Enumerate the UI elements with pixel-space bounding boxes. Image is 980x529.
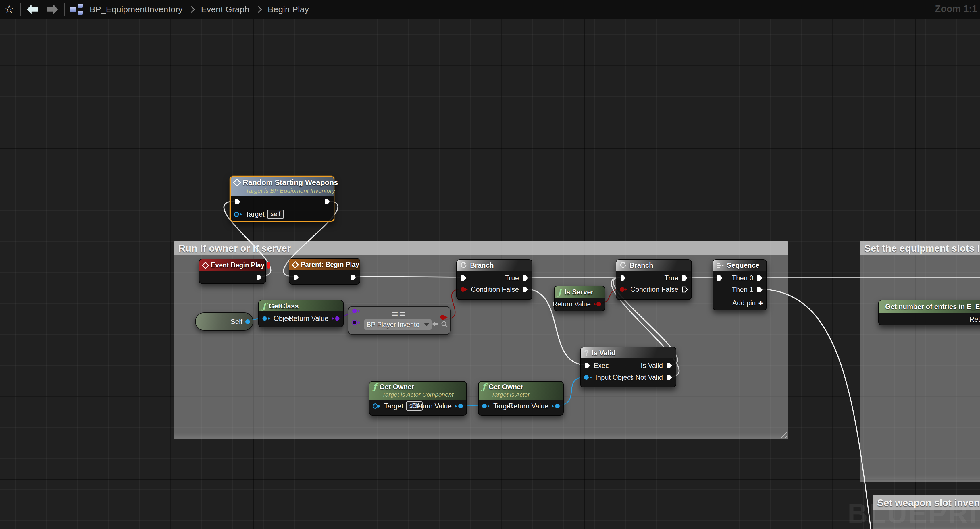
- exec-out-pin[interactable]: [756, 286, 764, 294]
- comment-header[interactable]: Set weapon slot inven: [873, 495, 980, 510]
- pin-label: Target: [245, 210, 265, 218]
- node-header[interactable]: Branch: [616, 260, 691, 270]
- node-get-owner-component[interactable]: ƒ Get Owner Target is Actor Component Ta…: [369, 381, 467, 416]
- object-pin-icon[interactable]: [234, 211, 243, 218]
- breadcrumb-item-blueprint[interactable]: BP_EquipmentInventory: [90, 5, 183, 14]
- node-self[interactable]: Self: [195, 313, 253, 330]
- breadcrumb-item-event-graph[interactable]: Event Graph: [201, 5, 249, 14]
- node-is-server[interactable]: ƒ Is Server Return Value: [554, 286, 605, 311]
- exec-out-pin[interactable]: [665, 362, 673, 369]
- breadcrumb: BP_EquipmentInventory Event Graph Begin …: [87, 5, 312, 14]
- browse-asset-icon[interactable]: [441, 321, 448, 328]
- node-parent-begin-play[interactable]: Parent: Begin Play: [289, 258, 360, 284]
- bool-pin-icon[interactable]: [619, 286, 628, 293]
- plus-icon: +: [758, 298, 764, 308]
- node-header[interactable]: Random Starting Weapons Target is BP Equ…: [231, 177, 334, 196]
- node-subtitle: Target is BP Equipment Inventory: [246, 187, 329, 194]
- event-diamond-icon: [233, 178, 241, 186]
- input-object-row: Input Object: [584, 373, 632, 382]
- class-pin-icon[interactable]: [352, 319, 361, 326]
- add-pin-row[interactable]: + Add pin: [732, 299, 764, 307]
- pin-label: Then 1: [732, 286, 753, 294]
- question-icon: ?: [584, 349, 589, 357]
- node-header[interactable]: Sequence: [713, 260, 766, 270]
- class-pin-icon[interactable]: [352, 307, 361, 315]
- pin-label: Exec: [593, 362, 609, 370]
- exec-out-pin[interactable]: [681, 274, 688, 282]
- node-header[interactable]: Event Begin Play: [199, 259, 266, 271]
- blueprint-editor: BLUEPRINT Run if owner or if server Set …: [0, 0, 980, 529]
- object-pin-icon[interactable]: [245, 318, 251, 326]
- node-get-owner-actor[interactable]: ƒ Get Owner Target is Actor Target Retur…: [478, 381, 564, 416]
- exec-out-pin[interactable]: [255, 273, 262, 281]
- class-pin-icon[interactable]: [331, 315, 340, 322]
- node-equal-class[interactable]: == BP Player Invento: [348, 306, 451, 335]
- node-branch-1[interactable]: Branch True Condition False: [456, 259, 532, 300]
- target-default-value[interactable]: self: [267, 210, 284, 219]
- exec-in-row: [460, 274, 467, 282]
- exec-in-pin[interactable]: [234, 198, 241, 206]
- node-header[interactable]: Branch: [457, 260, 532, 270]
- bool-pin-icon[interactable]: [593, 300, 602, 308]
- use-asset-arrow-icon[interactable]: [431, 321, 438, 328]
- object-pin-icon[interactable]: [454, 402, 463, 410]
- object-pin-icon[interactable]: [551, 402, 560, 410]
- bool-pin-icon[interactable]: [460, 286, 468, 293]
- node-is-valid[interactable]: ? Is Valid Exec Is Valid Input Object Is…: [580, 347, 676, 388]
- exec-out-pin[interactable]: [756, 274, 764, 282]
- node-header[interactable]: ? Is Valid: [581, 348, 676, 358]
- comment-body: [873, 510, 980, 529]
- comment-header[interactable]: Run if owner or if server: [174, 241, 788, 255]
- node-header[interactable]: ƒ GetClass: [259, 300, 343, 311]
- condition-row: Condition: [619, 285, 659, 294]
- return-value-row: Return Value: [509, 402, 560, 410]
- bool-pin-icon[interactable]: [439, 314, 448, 321]
- node-header[interactable]: Parent: Begin Play: [289, 259, 360, 270]
- node-subtitle: Target is Actor: [491, 391, 559, 398]
- node-get-class[interactable]: ƒ GetClass Object Return Value: [258, 300, 344, 327]
- exec-in-pin[interactable]: [460, 274, 467, 282]
- node-sequence[interactable]: Sequence Then 0 Then 1 + Add pin: [713, 259, 767, 310]
- exec-in-pin[interactable]: [292, 273, 300, 281]
- comment-header[interactable]: Set the equipment slots i: [860, 241, 980, 255]
- exec-in-pin[interactable]: [619, 274, 627, 282]
- event-diamond-icon: [292, 261, 299, 268]
- breadcrumb-item-begin-play[interactable]: Begin Play: [268, 5, 309, 14]
- object-pin-icon[interactable]: [262, 315, 271, 322]
- comment-body: [860, 255, 980, 481]
- exec-out-pin[interactable]: [665, 373, 673, 381]
- node-header[interactable]: ƒ Is Server: [555, 286, 605, 297]
- exec-in-row: Exec: [584, 361, 609, 370]
- node-title: Random Starting Weapons: [243, 178, 338, 187]
- object-pin-icon[interactable]: [482, 402, 491, 410]
- node-header[interactable]: ƒ Get Owner Target is Actor Component: [369, 382, 466, 400]
- return-value-row: Return Value: [412, 402, 463, 410]
- true-out-row: True: [665, 274, 688, 282]
- exec-in-pin[interactable]: [716, 274, 724, 282]
- node-event-begin-play[interactable]: Event Begin Play: [199, 259, 266, 284]
- node-title: Is Valid: [592, 349, 616, 357]
- exec-in-pin[interactable]: [584, 362, 591, 369]
- object-pin-icon[interactable]: [372, 402, 382, 410]
- nav-back-icon[interactable]: [27, 5, 38, 14]
- toolbar-divider: [20, 3, 21, 16]
- exec-out-pin[interactable]: [522, 274, 529, 282]
- pin-label: Is Valid: [641, 362, 663, 370]
- exec-out-pin[interactable]: [349, 273, 357, 281]
- favorite-star-icon[interactable]: ☆: [4, 2, 14, 16]
- nav-forward-icon[interactable]: [47, 5, 58, 14]
- exec-out-pin[interactable]: [323, 198, 331, 206]
- class-select-dropdown[interactable]: BP Player Invento: [364, 319, 431, 330]
- node-get-num-entries[interactable]: Get number of entries in E_Equipm Return…: [878, 300, 980, 326]
- target-row: Target self: [234, 210, 284, 219]
- node-header[interactable]: ƒ Get Owner Target is Actor: [479, 382, 563, 400]
- node-title: Event Begin Play: [211, 261, 265, 269]
- pin-label: Then 0: [732, 274, 753, 282]
- node-branch-2[interactable]: Branch True Condition False: [616, 259, 692, 300]
- object-pin-icon[interactable]: [584, 373, 593, 381]
- node-random-starting-weapons[interactable]: Random Starting Weapons Target is BP Equ…: [230, 176, 334, 222]
- exec-out-pin-hollow[interactable]: [681, 286, 688, 293]
- exec-out-row: [255, 273, 262, 281]
- exec-out-pin[interactable]: [522, 286, 529, 293]
- node-header[interactable]: Get number of entries in E_Equipm: [879, 300, 980, 313]
